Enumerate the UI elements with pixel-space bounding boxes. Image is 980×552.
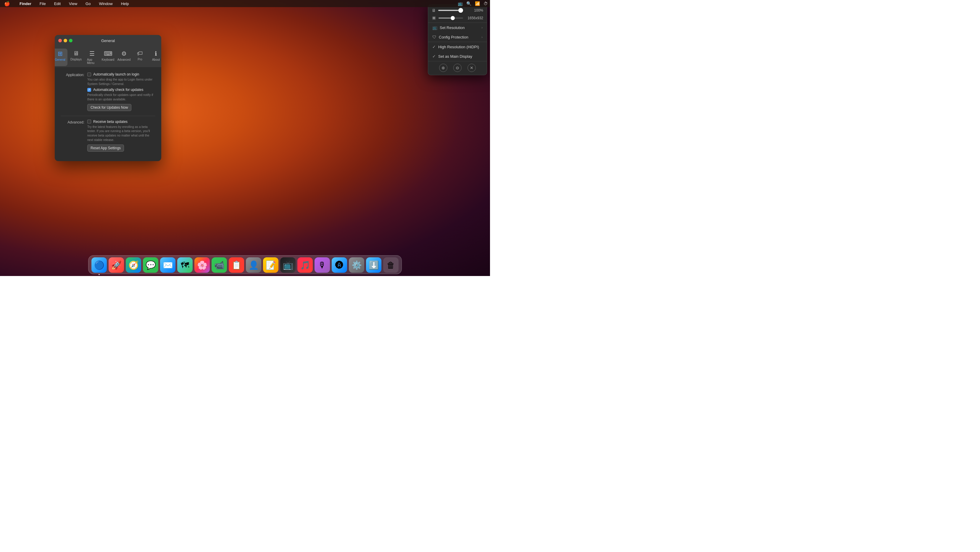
beta-label: Receive beta updates <box>93 120 127 124</box>
general-tab-label: General <box>55 58 65 61</box>
dock-podcasts[interactable]: 🎙 <box>315 257 330 273</box>
menubar-file[interactable]: File <box>38 1 48 6</box>
dock-music[interactable]: 🎵 <box>298 257 313 273</box>
config-protection-label: Config Protection <box>439 35 468 39</box>
tab-about[interactable]: ℹ About <box>148 49 161 66</box>
beta-checkbox[interactable] <box>87 120 91 123</box>
beta-row: Receive beta updates <box>87 120 155 124</box>
maps-icon: 🗺 <box>181 260 189 270</box>
dock-finder[interactable]: 🔵 <box>91 257 107 273</box>
music-icon: 🎵 <box>300 260 310 270</box>
auto-update-checkbox[interactable] <box>87 88 91 92</box>
contacts-icon: 👤 <box>248 260 259 270</box>
menubar-edit[interactable]: Edit <box>52 1 62 6</box>
high-resolution-item[interactable]: ✓ High Resolution (HiDPI) <box>428 42 487 51</box>
res-resolution-label: 1656x932 <box>465 16 483 20</box>
apple-menu[interactable]: 🍎 <box>2 0 12 7</box>
set-resolution-label: Set Resolution <box>440 26 465 30</box>
control-center-icon[interactable]: 📶 <box>475 1 480 6</box>
advanced-tab-label: Advanced <box>118 58 130 61</box>
tab-general[interactable]: ⊞ General <box>55 49 67 66</box>
res-remove-button[interactable]: ⊖ <box>453 64 461 72</box>
menubar-go[interactable]: Go <box>84 1 92 6</box>
desktop: 🍎 Finder File Edit View Go Window Help 📺… <box>0 0 490 276</box>
set-resolution-chevron: › <box>481 26 483 29</box>
config-protection-item[interactable]: 🛡 Config Protection › <box>428 32 487 42</box>
dock-maps[interactable]: 🗺 <box>177 257 192 273</box>
tab-advanced[interactable]: ⚙ Advanced <box>116 49 131 66</box>
res-percent-track[interactable] <box>439 18 463 19</box>
search-icon[interactable]: 🔍 <box>466 1 471 6</box>
reset-settings-button[interactable]: Reset App Settings <box>87 145 124 152</box>
dock-launchpad[interactable]: 🚀 <box>108 257 124 273</box>
pro-tab-label: Pro <box>138 58 142 61</box>
dock-photos[interactable]: 🌸 <box>194 257 210 273</box>
config-protection-icon: 🛡 <box>432 35 436 39</box>
dock-trash[interactable]: 🗑 <box>383 257 399 273</box>
menubar-right: 📺 🔍 📶 ⏱ <box>458 1 488 6</box>
auto-launch-checkbox[interactable] <box>87 73 91 77</box>
application-label: Application: <box>60 72 84 77</box>
main-display-item[interactable]: ✓ Set as Main Display <box>428 51 487 61</box>
dock: 🔵 🚀 🧭 💬 ✉️ 🗺 🌸 📹 📋 👤 📝 <box>88 255 402 274</box>
menubar-view[interactable]: View <box>67 1 79 6</box>
dock-appstore[interactable]: 🅐 <box>332 257 347 273</box>
settings-window: General ⊞ General 🖥 Displays ☰ App Menu … <box>55 35 161 161</box>
advanced-tab-icon: ⚙ <box>121 50 127 57</box>
set-resolution-item[interactable]: 📺 Set Resolution › <box>428 23 487 32</box>
res-percent-icon: 🔲 <box>432 16 436 20</box>
application-controls: Automatically launch on login You can al… <box>87 72 155 111</box>
dock-facetime[interactable]: 📹 <box>212 257 227 273</box>
dock-downloads[interactable]: ⬇️ <box>366 257 382 273</box>
displays-tab-label: Displays <box>70 58 82 61</box>
window-title: General <box>101 38 115 43</box>
safari-icon: 🧭 <box>129 260 139 270</box>
minimize-button[interactable] <box>64 39 67 42</box>
menubar-left: 🍎 Finder File Edit View Go Window Help <box>2 0 130 7</box>
config-protection-chevron: › <box>481 35 483 39</box>
auto-launch-label: Automatically launch on login <box>93 72 139 77</box>
appletv-icon: 📺 <box>283 260 293 270</box>
dock-notes[interactable]: 📝 <box>263 257 278 273</box>
clock-icon: ⏱ <box>484 1 488 6</box>
launchpad-icon: 🚀 <box>111 260 122 270</box>
keyboard-tab-label: Keyboard <box>102 58 115 61</box>
menubar-window[interactable]: Window <box>97 1 114 6</box>
tab-displays[interactable]: 🖥 Displays <box>68 49 83 66</box>
traffic-lights <box>58 39 73 42</box>
auto-launch-helper: You can also drag the app to Login Items… <box>87 77 155 86</box>
check-updates-button[interactable]: Check for Updates Now <box>87 104 131 111</box>
tab-keyboard[interactable]: ⌨ Keyboard <box>100 49 115 66</box>
dock-messages[interactable]: 💬 <box>143 257 158 273</box>
displays-tab-icon: 🖥 <box>73 50 79 57</box>
display-icon[interactable]: 📺 <box>458 1 463 6</box>
about-tab-icon: ℹ <box>155 50 157 57</box>
res-slider-container[interactable] <box>438 8 463 13</box>
appmenu-tab-label: App Menu <box>87 58 97 65</box>
dock-system-preferences[interactable]: ⚙️ <box>349 257 364 273</box>
dock-mail[interactable]: ✉️ <box>160 257 175 273</box>
keyboard-tab-icon: ⌨ <box>104 50 113 57</box>
maximize-button[interactable] <box>69 39 73 42</box>
application-section: Application: Automatically launch on log… <box>60 72 155 111</box>
menubar-help[interactable]: Help <box>119 1 131 6</box>
dock-safari[interactable]: 🧭 <box>126 257 141 273</box>
advanced-section: Advanced: Receive beta updates Try the l… <box>60 120 155 152</box>
syspref-icon: ⚙️ <box>352 260 362 270</box>
beta-helper: Try the latest features by enrolling as … <box>87 124 155 142</box>
dock-contacts[interactable]: 👤 <box>246 257 261 273</box>
res-percent-thumb[interactable] <box>451 16 455 20</box>
about-tab-label: About <box>152 58 160 61</box>
close-button[interactable] <box>58 39 62 42</box>
res-slider-thumb[interactable] <box>458 8 463 13</box>
application-row: Application: Automatically launch on log… <box>60 72 155 111</box>
res-add-button[interactable]: ⊕ <box>439 64 447 72</box>
dock-reminders[interactable]: 📋 <box>229 257 244 273</box>
messages-icon: 💬 <box>146 260 156 270</box>
tab-app-menu[interactable]: ☰ App Menu <box>84 49 99 66</box>
res-close-button[interactable]: ✕ <box>468 64 476 72</box>
resolution-popup: 🖥 100% 🔲 1656x932 📺 Set Resolution › <box>428 5 487 75</box>
dock-appletv[interactable]: 📺 <box>280 257 296 273</box>
tab-pro[interactable]: 🏷 Pro <box>132 49 147 66</box>
menubar-finder[interactable]: Finder <box>18 1 33 6</box>
